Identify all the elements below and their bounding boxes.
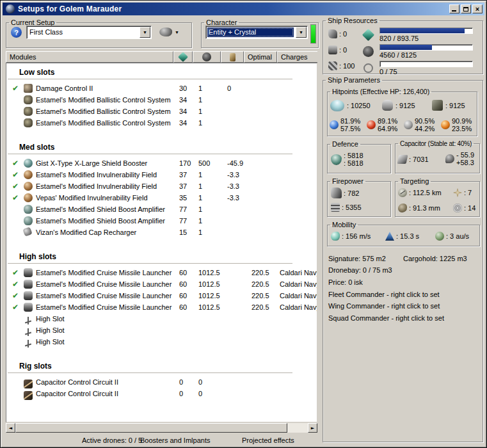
module-row[interactable]: ✔ Estamel's Modified Cruise Missile Laun… (6, 278, 317, 290)
module-powergrid: 1012.5 (198, 290, 227, 301)
squad-commander-slot[interactable]: Squad Commander - right click to set (328, 314, 444, 322)
module-row[interactable]: Vizan's Modified Cap Recharger 15 1 (6, 227, 317, 238)
optimal-column-header[interactable]: Optimal (244, 51, 277, 63)
module-powergrid: 1 (198, 83, 227, 94)
module-row[interactable]: Estamel's Modified Shield Boost Amplifie… (6, 215, 317, 227)
module-charge: Caldari Navy (280, 301, 317, 313)
module-cpu: 34 (179, 94, 197, 106)
module-cpu: 35 (179, 192, 197, 204)
module-cpu: 37 (179, 169, 197, 180)
fitted-check-icon (12, 313, 22, 324)
module-charge (280, 324, 317, 336)
fitted-check-icon: ✔ (12, 278, 22, 290)
rig-points-icon (328, 61, 337, 70)
module-row[interactable]: ✔ Estamel's Modified Invulnerability Fie… (6, 169, 317, 180)
setup-combobox[interactable]: First Class ▼ (26, 26, 152, 39)
chevron-down-icon: ▼ (299, 30, 303, 35)
scroll-thumb[interactable] (15, 423, 287, 433)
invuln-field-icon (24, 193, 33, 202)
em-armor-resist: 57.5% (340, 125, 360, 132)
section-title: Med slots (8, 141, 292, 154)
module-name: High Slot (36, 313, 177, 324)
tab-active-drones[interactable]: Active drones: 0 / 5 (82, 436, 142, 444)
module-row[interactable]: Estamel's Modified Ballistic Control Sys… (6, 117, 317, 129)
character-combobox-arrow[interactable]: ▼ (296, 27, 307, 38)
fitted-check-icon (12, 376, 22, 388)
scroll-track[interactable] (287, 423, 308, 433)
cpu-column-header[interactable] (173, 51, 193, 63)
wing-commander-slot[interactable]: Wing Commander - right click to set (328, 302, 440, 310)
module-row[interactable]: ✔ Estamel's Modified Invulnerability Fie… (6, 180, 317, 192)
module-row[interactable]: Capacitor Control Circuit II 0 0 (6, 388, 317, 399)
module-cpu: 60 (179, 267, 197, 278)
maximize-button[interactable] (461, 4, 471, 13)
powergrid-column-header[interactable] (193, 51, 221, 63)
targeting-range-value: : 112.5 km (409, 189, 442, 196)
tab-projected-effects[interactable]: Projected effects (242, 436, 294, 444)
module-charge: Caldari Navy (280, 278, 317, 290)
module-section: Med slots ✔ Gist X-Type X-Large Shield B… (6, 141, 317, 238)
module-optimal: 220.5 (251, 301, 278, 313)
module-row[interactable]: Estamel's Modified Ballistic Control Sys… (6, 106, 317, 117)
launcher-hardpoints-value: : 0 (339, 46, 347, 54)
module-name: Vizan's Modified Cap Recharger (36, 227, 177, 238)
scroll-left-button[interactable]: ◄ (6, 423, 15, 433)
fleet-commander-slot[interactable]: Fleet Commander - right click to set (328, 291, 440, 298)
module-row[interactable]: ✔ Gist X-Type X-Large Shield Booster 170… (6, 157, 317, 169)
app-icon (6, 4, 15, 13)
targeting-range-icon (398, 188, 407, 197)
scroll-right-button[interactable]: ► (308, 423, 317, 433)
missile-launcher-icon (24, 280, 33, 289)
max-targets-value: : 7 (464, 189, 472, 196)
module-row[interactable]: High Slot (6, 313, 317, 324)
align-time-value: : 15.3 s (396, 232, 419, 240)
module-row[interactable]: High Slot (6, 336, 317, 348)
module-row[interactable]: High Slot (6, 324, 317, 336)
module-row[interactable]: Estamel's Modified Shield Boost Amplifie… (6, 204, 317, 215)
module-name: Estamel's Modified Invulnerability Field (36, 180, 177, 192)
module-cpu (179, 324, 197, 336)
section-title: High slots (8, 251, 292, 264)
chevron-down-icon: ▼ (143, 30, 147, 35)
module-cpu: 0 (179, 376, 197, 388)
powergrid-bar-text: 4560 / 8125 (379, 51, 473, 59)
title-bar[interactable]: Setups for Golem Marauder × (3, 3, 484, 15)
modules-hscrollbar[interactable]: ◄ ► (6, 423, 317, 433)
module-row[interactable]: Estamel's Modified Ballistic Control Sys… (6, 94, 317, 106)
close-button[interactable]: × (472, 4, 483, 13)
fitted-check-icon: ✔ (12, 169, 22, 180)
fitted-check-icon (12, 106, 22, 117)
module-name: Estamel's Modified Ballistic Control Sys… (36, 117, 177, 129)
ship-resources-label: Ship Resources (326, 17, 379, 24)
tab-boosters-implants[interactable]: Boosters and Imlpants (140, 436, 210, 444)
module-row[interactable]: ✔ Estamel's Modified Cruise Missile Laun… (6, 290, 317, 301)
capacitor-column-header[interactable] (221, 51, 244, 63)
module-cap-use (227, 106, 250, 117)
rig-icon (24, 380, 33, 388)
capacitor-delta-icon (445, 154, 454, 163)
module-row[interactable]: ✔ Estamel's Modified Cruise Missile Laun… (6, 301, 317, 313)
module-cpu: 170 (179, 157, 197, 169)
module-name: Gist X-Type X-Large Shield Booster (36, 157, 177, 169)
charges-column-header[interactable]: Charges (277, 51, 317, 63)
setup-tools-button[interactable]: ▼ (159, 28, 179, 36)
module-cap-use (227, 267, 250, 278)
module-cap-use (227, 215, 250, 227)
help-button[interactable]: ? (11, 27, 22, 38)
module-optimal (251, 192, 278, 204)
section-title: Low slots (8, 67, 292, 79)
boost-amplifier-icon (24, 216, 33, 225)
module-row[interactable]: ✔ Damage Control II 30 1 0 (6, 83, 317, 94)
modules-column-header[interactable]: Modules (6, 51, 173, 63)
minimize-button[interactable] (449, 4, 459, 13)
module-powergrid: 0 (198, 376, 227, 388)
setup-combobox-arrow[interactable]: ▼ (140, 27, 150, 38)
module-row[interactable]: ✔ Vepas' Modified Invulnerability Field … (6, 192, 317, 204)
warp-speed-icon (435, 232, 444, 241)
chevron-down-icon: ▼ (175, 30, 179, 35)
module-row[interactable]: ✔ Estamel's Modified Cruise Missile Laun… (6, 267, 317, 278)
turret-hardpoints-value: : 0 (339, 30, 347, 38)
module-row[interactable]: Capacitor Control Circuit II 0 0 (6, 376, 317, 388)
cap-recharger-icon (22, 227, 32, 236)
character-combobox[interactable]: Entity + Crystal ▼ (205, 26, 308, 39)
